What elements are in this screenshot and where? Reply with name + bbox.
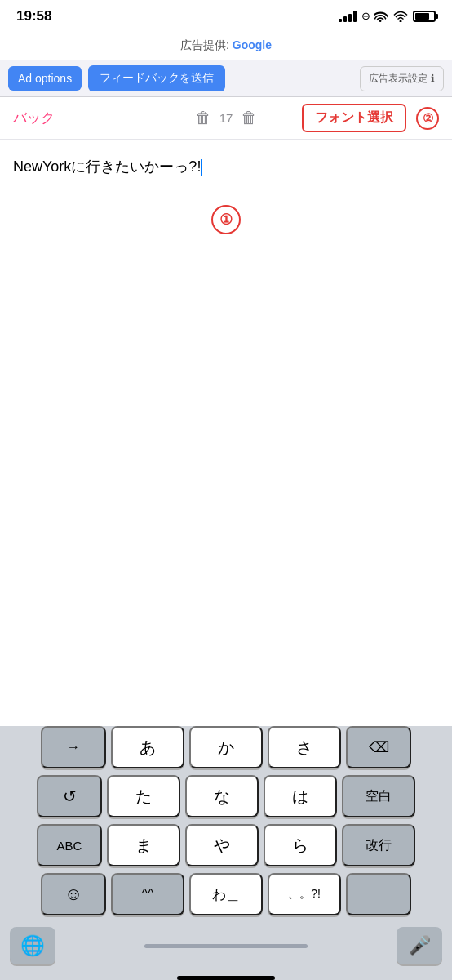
- key-ma[interactable]: ま: [107, 824, 180, 866]
- svg-point-0: [400, 20, 402, 23]
- ad-options-button[interactable]: Ad options: [8, 66, 82, 91]
- key-a[interactable]: あ: [111, 726, 184, 768]
- keyboard-bottom-bar: 🌐 🎤: [0, 922, 452, 971]
- ad-provider-bar: 広告提供: Google: [0, 31, 452, 60]
- battery-icon: [413, 11, 436, 22]
- wifi-icon: [393, 11, 408, 22]
- keyboard-row-2: ↺ た な は 空白: [0, 775, 452, 817]
- keyboard: → あ か さ ⌫ ↺ た な は 空白 ABC ま や ら 改行 ☺ ^^ わ…: [0, 726, 452, 980]
- editor-area[interactable]: NewYorkに行きたいかーっ?! ①: [0, 140, 452, 401]
- info-icon: ℹ: [431, 73, 435, 84]
- ad-provider-label: 広告提供: Google: [180, 38, 272, 53]
- keyboard-row-1: → あ か さ ⌫: [0, 726, 452, 768]
- font-select-button[interactable]: フォント選択: [302, 104, 406, 132]
- key-empty: [346, 873, 411, 915]
- status-icons: ⊖: [339, 10, 436, 23]
- key-arrow[interactable]: →: [41, 726, 106, 768]
- key-dakuten[interactable]: ^^: [111, 873, 184, 915]
- ad-settings-button[interactable]: 広告表示設定 ℹ: [360, 66, 444, 91]
- key-ha[interactable]: は: [264, 775, 337, 817]
- ad-settings-label: 広告表示設定: [369, 72, 428, 86]
- trash-area: 🗑 17 🗑: [195, 109, 258, 127]
- trash-icon[interactable]: 🗑: [195, 109, 211, 127]
- key-ka[interactable]: か: [189, 726, 263, 768]
- key-enter[interactable]: 改行: [342, 824, 415, 866]
- status-bar: 19:58 ⊖: [0, 0, 452, 31]
- keyboard-row-3: ABC ま や ら 改行: [0, 824, 452, 866]
- home-indicator: [144, 944, 308, 948]
- wifi-icon: ⊖: [361, 10, 388, 23]
- circled-2-label: ②: [416, 107, 439, 130]
- key-undo[interactable]: ↺: [37, 775, 102, 817]
- trash-icon-2[interactable]: 🗑: [241, 109, 257, 127]
- key-ya[interactable]: や: [185, 824, 259, 866]
- ad-toolbar: Ad options フィードバックを送信 広告表示設定 ℹ: [0, 60, 452, 97]
- editor-toolbar: バック 🗑 17 🗑 フォント選択 ②: [0, 97, 452, 140]
- key-wa[interactable]: わ＿: [189, 873, 263, 915]
- key-globe[interactable]: 🌐: [10, 927, 55, 964]
- circled-1-label: ①: [211, 205, 241, 234]
- back-button[interactable]: バック: [13, 109, 55, 127]
- key-ta[interactable]: た: [107, 775, 180, 817]
- ad-label-text: 広告提供:: [180, 38, 229, 51]
- status-time: 19:58: [16, 8, 51, 24]
- cursor: [201, 159, 202, 176]
- keyboard-row-4: ☺ ^^ わ＿ 、。?!: [0, 873, 452, 915]
- ad-provider-name: Google: [233, 38, 272, 51]
- key-abc[interactable]: ABC: [37, 824, 102, 866]
- feedback-button[interactable]: フィードバックを送信: [88, 65, 225, 91]
- count-badge: 17: [219, 111, 233, 125]
- key-punct[interactable]: 、。?!: [268, 873, 341, 915]
- key-ra[interactable]: ら: [264, 824, 337, 866]
- home-indicator-bar: [177, 976, 275, 980]
- key-space[interactable]: 空白: [342, 775, 415, 817]
- key-backspace[interactable]: ⌫: [346, 726, 411, 768]
- editor-text: NewYorkに行きたいかーっ?!: [13, 156, 439, 178]
- key-mic[interactable]: 🎤: [397, 927, 442, 964]
- key-sa[interactable]: さ: [268, 726, 341, 768]
- signal-icon: [339, 11, 357, 22]
- key-na[interactable]: な: [185, 775, 259, 817]
- key-emoji[interactable]: ☺: [41, 873, 106, 915]
- editor-content: NewYorkに行きたいかーっ?!: [13, 158, 201, 175]
